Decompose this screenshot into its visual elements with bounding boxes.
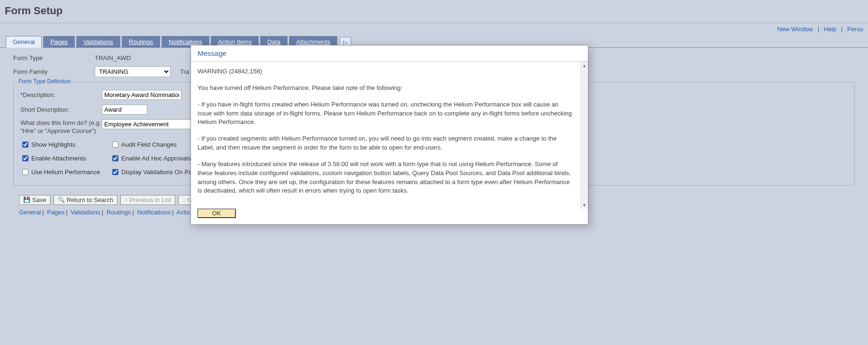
tab-general[interactable]: General xyxy=(6,36,42,48)
previous-in-list-button[interactable]: ↑ Previous in List xyxy=(120,195,175,205)
ok-button[interactable]: OK xyxy=(198,209,235,218)
return-to-search-label: Return to Search xyxy=(67,196,113,203)
form-family-extra-text: Tra xyxy=(180,68,189,75)
help-link[interactable]: Help xyxy=(821,26,840,33)
bottom-link-pages[interactable]: Pages xyxy=(47,209,64,216)
enable-adhoc-checkbox[interactable] xyxy=(112,155,118,161)
return-to-search-button[interactable]: 🔍 Return to Search xyxy=(54,195,118,205)
top-links: New Window | Help | Perso xyxy=(774,26,866,33)
show-highlights-checkbox[interactable] xyxy=(22,142,28,148)
form-family-label: Form Family xyxy=(13,68,95,75)
arrow-down-icon: ↓ xyxy=(182,196,185,203)
show-highlights-label: Show Highlights xyxy=(31,141,75,148)
display-validations-label: Display Validations On Page xyxy=(121,168,199,176)
message-dialog: Message WARNING (24842,158) You have tur… xyxy=(190,45,588,225)
use-helium-label: Use Helium Performance xyxy=(31,168,100,176)
warning-paragraph-2: - If you created segments with Helium Pe… xyxy=(198,134,574,152)
form-family-select[interactable]: TRAINING xyxy=(95,66,171,77)
tab-validations[interactable]: Validations xyxy=(76,36,120,47)
audit-field-changes-label: Audit Field Changes xyxy=(121,141,177,148)
save-icon: 💾 xyxy=(23,196,30,203)
purpose-input[interactable] xyxy=(102,119,197,129)
save-button-label: Save xyxy=(32,196,46,203)
warning-paragraph-3: - Many features introduced since the rel… xyxy=(198,160,574,195)
short-description-input[interactable] xyxy=(102,105,147,115)
search-icon: 🔍 xyxy=(58,196,65,203)
form-type-label: Form Type xyxy=(13,54,95,62)
warning-intro: You have turned off Helium Performance. … xyxy=(198,84,574,93)
description-label: *Description: xyxy=(20,91,102,98)
arrow-up-icon: ↑ xyxy=(125,196,127,203)
dialog-body: WARNING (24842,158) You have turned off … xyxy=(191,62,580,209)
warning-paragraph-1: - If you have in-flight forms created wh… xyxy=(198,100,574,127)
audit-field-changes-checkbox[interactable] xyxy=(112,142,118,148)
save-button[interactable]: 💾 Save xyxy=(19,195,51,205)
scroll-down-icon[interactable]: ▼ xyxy=(581,201,588,209)
bottom-link-notifications[interactable]: Notifications xyxy=(137,209,171,216)
previous-in-list-label: Previous in List xyxy=(129,196,171,203)
bottom-link-validations[interactable]: Validations xyxy=(71,209,100,216)
enable-adhoc-label: Enable Ad Hoc Approvals xyxy=(121,155,191,162)
warning-header: WARNING (24842,158) xyxy=(198,67,574,76)
new-window-link[interactable]: New Window xyxy=(774,26,816,33)
divider: | xyxy=(841,26,842,33)
section-title: Form Type Definition xyxy=(17,78,73,85)
tab-pages[interactable]: Pages xyxy=(43,36,75,47)
form-type-value: TRAIN_AWD xyxy=(95,54,131,62)
display-validations-checkbox[interactable] xyxy=(112,169,118,175)
dialog-title: Message xyxy=(191,45,588,62)
bottom-link-general[interactable]: General xyxy=(19,209,41,216)
dialog-scrollbar[interactable]: ▲ ▼ xyxy=(580,62,588,209)
bottom-link-routings[interactable]: Routings xyxy=(107,209,131,216)
short-description-label: Short Description: xyxy=(20,106,102,113)
enable-attachments-label: Enable Attachments xyxy=(31,155,86,162)
scroll-up-icon[interactable]: ▲ xyxy=(581,62,588,69)
personalize-link[interactable]: Perso xyxy=(844,26,866,33)
use-helium-checkbox[interactable] xyxy=(22,169,28,175)
tab-routings[interactable]: Routings xyxy=(122,36,160,47)
purpose-label: What does this form do? (e.g. "Hire" or … xyxy=(20,119,102,135)
divider: | xyxy=(818,26,819,33)
page-title: Form Setup xyxy=(0,0,868,23)
description-input[interactable] xyxy=(102,90,181,100)
enable-attachments-checkbox[interactable] xyxy=(22,155,28,161)
